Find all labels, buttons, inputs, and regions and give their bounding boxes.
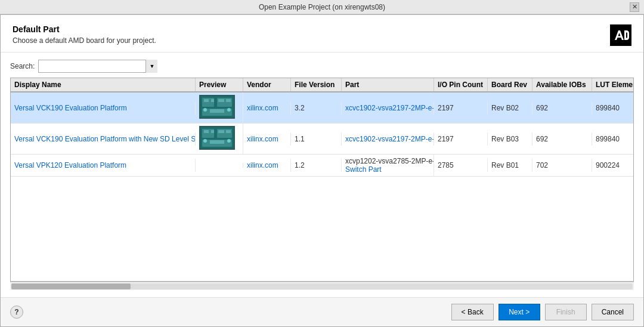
- table-row[interactable]: Versal VCK190 Evaluation Platform xilinx…: [11, 92, 633, 124]
- search-dropdown-button[interactable]: ▼: [145, 60, 157, 73]
- cell-lut-elements: 900224: [592, 159, 633, 172]
- cell-available-iobs: 702: [532, 159, 592, 172]
- cell-preview: [196, 163, 243, 168]
- cell-preview: [196, 92, 243, 123]
- cell-available-iobs: 692: [532, 101, 592, 115]
- svg-point-11: [227, 108, 231, 112]
- col-header-part: Part: [342, 78, 434, 91]
- cell-vendor[interactable]: xilinx.com: [243, 101, 291, 115]
- dialog-header: Default Part Choose a default AMD board …: [1, 15, 643, 53]
- horizontal-scrollbar[interactable]: [10, 282, 634, 290]
- help-button[interactable]: ?: [10, 306, 23, 319]
- cell-lut-elements: 899840: [592, 101, 633, 115]
- col-header-display: Display Name: [11, 78, 196, 91]
- finish-button: Finish: [545, 304, 587, 320]
- close-button[interactable]: ✕: [630, 2, 639, 12]
- cell-part[interactable]: xcvp1202-vsva2785-2MP-e-SSwitch Part: [342, 155, 434, 176]
- cell-display-name[interactable]: Versal VPK120 Evaluation Platform: [11, 159, 196, 172]
- col-header-iopin: I/O Pin Count: [434, 78, 488, 91]
- cell-part: xcvc1902-vsva2197-2MP-e-S: [342, 132, 434, 146]
- cell-part: xcvc1902-vsva2197-2MP-e-S: [342, 101, 434, 115]
- svg-rect-12: [210, 109, 224, 113]
- part-link[interactable]: xcvp1202-vsva2785-2MP-e-S: [345, 157, 434, 165]
- svg-rect-24: [210, 140, 224, 144]
- switch-part-link[interactable]: Switch Part: [345, 165, 430, 174]
- dialog-footer: ? < Back Next > Finish Cancel: [1, 297, 643, 326]
- footer-right: < Back Next > Finish Cancel: [451, 304, 634, 320]
- cell-display-name[interactable]: Versal VCK190 Evaluation Platform with N…: [11, 132, 196, 146]
- col-header-lut: LUT Elements: [592, 78, 634, 91]
- svg-rect-6: [204, 99, 209, 102]
- window-title: Open Example Project (on xirengwts08): [14, 3, 630, 11]
- table-row[interactable]: Versal VCK190 Evaluation Platform with N…: [11, 124, 633, 155]
- footer-left: ?: [10, 306, 23, 319]
- scrollbar-thumb[interactable]: [11, 283, 131, 289]
- cell-io-pin-count: 2785: [434, 159, 488, 172]
- cell-board-rev: Rev B01: [488, 159, 532, 172]
- col-header-boardrev: Board Rev: [488, 78, 532, 91]
- dialog: Default Part Choose a default AMD board …: [0, 14, 644, 327]
- search-input-wrapper: ▼: [38, 60, 157, 73]
- back-button[interactable]: < Back: [451, 304, 494, 320]
- svg-point-10: [203, 108, 207, 112]
- cell-display-name[interactable]: Versal VCK190 Evaluation Platform: [11, 101, 196, 115]
- col-header-preview: Preview: [196, 78, 243, 91]
- col-header-fileversion: File Version: [291, 78, 342, 91]
- svg-rect-19: [211, 130, 214, 133]
- cell-available-iobs: 692: [532, 132, 592, 146]
- cell-vendor[interactable]: xilinx.com: [243, 132, 291, 146]
- cell-io-pin-count: 2197: [434, 132, 488, 146]
- svg-rect-7: [211, 99, 214, 102]
- dialog-content: Search: ▼ Display Name Preview Vendor Fi…: [1, 53, 643, 297]
- svg-rect-21: [226, 130, 231, 133]
- next-button[interactable]: Next >: [499, 304, 540, 320]
- cell-preview: [196, 124, 243, 154]
- cell-vendor[interactable]: xilinx.com: [243, 159, 291, 172]
- table-header: Display Name Preview Vendor File Version…: [11, 78, 633, 92]
- svg-point-22: [203, 139, 207, 143]
- amd-logo: [610, 24, 631, 46]
- search-label: Search:: [10, 62, 35, 70]
- cell-board-rev: Rev B02: [488, 101, 532, 115]
- cell-file-version: 3.2: [291, 101, 342, 115]
- scrollbar-track[interactable]: [11, 283, 633, 289]
- cell-lut-elements: 899840: [592, 132, 633, 146]
- title-bar: Open Example Project (on xirengwts08) ✕: [0, 0, 644, 14]
- col-header-avail: Available IOBs: [532, 78, 592, 91]
- svg-rect-8: [218, 99, 224, 102]
- table-body: Versal VCK190 Evaluation Platform xilinx…: [11, 92, 633, 281]
- page-subtitle: Choose a default AMD board for your proj…: [13, 36, 156, 45]
- cancel-button[interactable]: Cancel: [592, 304, 634, 320]
- svg-rect-18: [204, 130, 209, 133]
- svg-rect-9: [226, 99, 231, 102]
- cell-file-version: 1.2: [291, 159, 342, 172]
- search-bar: Search: ▼: [10, 60, 634, 73]
- board-table[interactable]: Display Name Preview Vendor File Version…: [10, 78, 634, 282]
- header-text-block: Default Part Choose a default AMD board …: [13, 24, 156, 45]
- cell-board-rev: Rev B03: [488, 132, 532, 146]
- svg-point-23: [227, 139, 231, 143]
- col-header-vendor: Vendor: [243, 78, 291, 91]
- search-input[interactable]: [38, 60, 157, 73]
- cell-file-version: 1.1: [291, 132, 342, 146]
- svg-rect-20: [218, 130, 224, 133]
- page-title: Default Part: [13, 24, 156, 34]
- table-row[interactable]: Versal VPK120 Evaluation Platformxilinx.…: [11, 155, 633, 177]
- cell-io-pin-count: 2197: [434, 101, 488, 115]
